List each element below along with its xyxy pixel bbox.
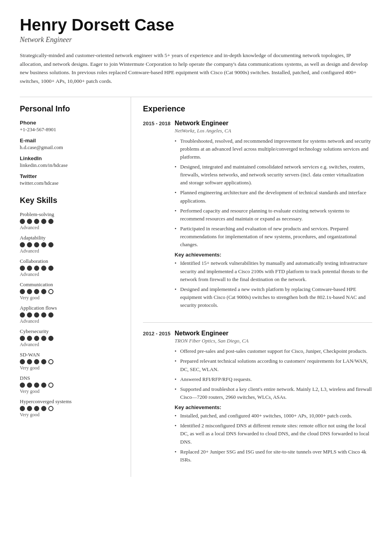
skill-name: Communication [20, 281, 119, 288]
dot-filled [27, 312, 32, 318]
dot-filled [34, 336, 39, 341]
dot-filled [34, 289, 39, 294]
candidate-name: Henry Dorsett Case [20, 16, 372, 34]
dot-filled [34, 266, 39, 271]
exp-divider [143, 322, 372, 323]
exp-content: Network EngineerNetWorkz, Los Angeles, C… [175, 120, 372, 312]
personal-info-title: Personal Info [20, 104, 119, 114]
achievement-bullet: Replaced 20+ Juniper SSG and ISG used fo… [175, 448, 372, 464]
achievement-bullet: Installed, patched, and configured 400+ … [175, 412, 372, 420]
dot-filled [41, 383, 46, 388]
skill-level: Advanced [20, 318, 119, 324]
exp-bullet: Offered pre-sales and post-sales custome… [175, 347, 372, 355]
skill-dots [20, 266, 119, 271]
info-value: linkedin.com/in/hdcase [20, 162, 119, 168]
skill-dots [20, 312, 119, 318]
summary-text: Strategically-minded and customer-orient… [20, 51, 372, 85]
key-skills-section: Key Skills Problem-solvingAdvancedAdapta… [20, 196, 119, 418]
exp-item: 2015 - 2018Network EngineerNetWorkz, Los… [143, 120, 372, 312]
achievements-bullets: Identified 15+ network vulnerabilities b… [175, 259, 372, 309]
info-label: LinkedIn [20, 155, 119, 161]
exp-bullets: Offered pre-sales and post-sales custome… [175, 347, 372, 401]
achievement-bullet: Identified 15+ network vulnerabilities b… [175, 259, 372, 283]
skill-dots [20, 242, 119, 247]
skill-row: SD-WANVery good [20, 352, 119, 371]
dot-filled [20, 219, 25, 224]
skill-name: Hyperconverged systems [20, 398, 119, 405]
skill-dots [20, 383, 119, 388]
info-label: Phone [20, 120, 119, 126]
dot-filled [27, 242, 32, 247]
dot-filled [34, 242, 39, 247]
skill-row: CommunicationVery good [20, 281, 119, 301]
dot-filled [48, 266, 53, 271]
dot-filled [20, 336, 25, 341]
dot-filled [20, 312, 25, 318]
exp-job-title: Network Engineer [175, 120, 372, 127]
dot-filled [20, 359, 25, 364]
skill-dots [20, 219, 119, 224]
personal-info-fields: Phone+1-234-567-8901E-mailh.d.case@gmail… [20, 120, 119, 186]
resume-header: Henry Dorsett Case Network Engineer Stra… [20, 16, 372, 86]
exp-years: 2015 - 2018 [143, 120, 175, 312]
skill-row: Hyperconverged systemsVery good [20, 398, 119, 418]
left-column: Personal Info Phone+1-234-567-8901E-mail… [20, 97, 131, 477]
exp-company: NetWorkz, Los Angeles, CA [175, 128, 372, 134]
dot-filled [41, 359, 46, 364]
dot-filled [27, 336, 32, 341]
info-value: twitter.com/hdcase [20, 180, 119, 186]
exp-bullet: Planned engineering architecture and the… [175, 189, 372, 205]
two-column-layout: Personal Info Phone+1-234-567-8901E-mail… [20, 97, 372, 477]
dot-filled [41, 289, 46, 294]
dot-filled [27, 359, 32, 364]
dot-filled [48, 219, 53, 224]
dot-filled [20, 406, 25, 411]
exp-bullet: Performed capacity and resource planning… [175, 207, 372, 223]
skill-row: DNSVery good [20, 375, 119, 394]
exp-job-title: Network Engineer [175, 330, 372, 337]
skill-dots [20, 336, 119, 341]
dot-filled [34, 312, 39, 318]
exp-company: TRON Fiber Optics, San Diego, CA [175, 338, 372, 344]
skill-name: Application flows [20, 305, 119, 311]
info-label: E-mail [20, 138, 119, 144]
skill-row: AdaptabilityAdvanced [20, 235, 119, 254]
dot-filled [41, 312, 46, 318]
skill-name: Adaptability [20, 235, 119, 241]
skill-name: Problem-solving [20, 211, 119, 218]
dot-filled [34, 359, 39, 364]
dot-filled [34, 219, 39, 224]
exp-bullet: Supported and troubleshot a key client's… [175, 385, 372, 401]
skill-level: Advanced [20, 225, 119, 231]
skill-level: Very good [20, 388, 119, 394]
exp-bullet: Participated in researching and evaluati… [175, 225, 372, 249]
dot-filled [27, 266, 32, 271]
skill-dots [20, 289, 119, 294]
dot-filled [41, 266, 46, 271]
key-achievements-label: Key achievements: [175, 252, 372, 258]
dot-filled [48, 336, 53, 341]
dot-filled [34, 406, 39, 411]
right-column: Experience 2015 - 2018Network EngineerNe… [131, 97, 372, 477]
dot-filled [27, 219, 32, 224]
exp-bullets: Troubleshooted, resolved, and recommende… [175, 137, 372, 249]
dot-empty [48, 406, 53, 411]
skill-level: Very good [20, 295, 119, 301]
skill-level: Advanced [20, 248, 119, 254]
skill-dots [20, 406, 119, 411]
dot-filled [20, 266, 25, 271]
dot-filled [27, 406, 32, 411]
dot-filled [20, 242, 25, 247]
dot-filled [27, 289, 32, 294]
dot-filled [41, 219, 46, 224]
skill-name: Cybersecurity [20, 328, 119, 335]
dot-empty [48, 289, 53, 294]
dot-filled [48, 312, 53, 318]
skill-dots [20, 359, 119, 364]
exp-bullet: Troubleshooted, resolved, and recommende… [175, 137, 372, 161]
exp-item: 2012 - 2015Network EngineerTRON Fiber Op… [143, 330, 372, 466]
experience-list: 2015 - 2018Network EngineerNetWorkz, Los… [143, 120, 372, 466]
exp-content: Network EngineerTRON Fiber Optics, San D… [175, 330, 372, 466]
dot-empty [48, 359, 53, 364]
skill-row: Problem-solvingAdvanced [20, 211, 119, 231]
